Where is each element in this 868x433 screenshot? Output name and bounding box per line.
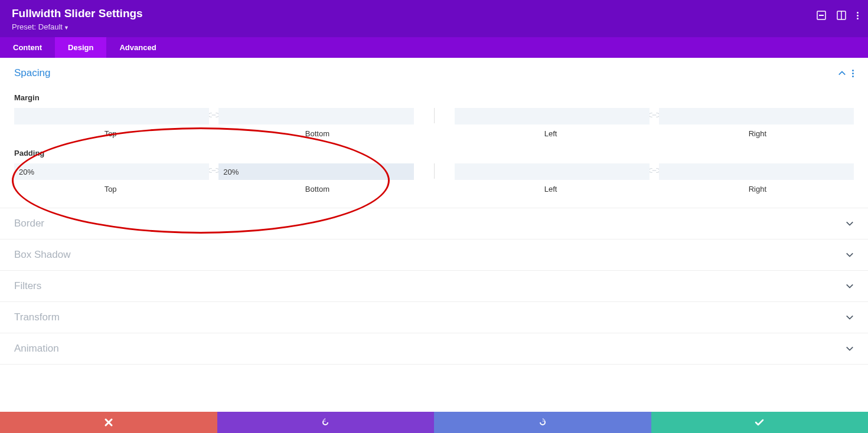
section-transform-toggle[interactable]: Transform xyxy=(0,302,868,333)
margin-bottom-label: Bottom xyxy=(221,129,413,138)
section-filters-toggle[interactable]: Filters xyxy=(0,271,868,301)
margin-top-input[interactable] xyxy=(14,108,209,124)
section-spacing-title: Spacing xyxy=(14,67,50,79)
section-spacing-toggle[interactable]: Spacing xyxy=(0,58,868,88)
divider xyxy=(434,163,435,179)
divider xyxy=(434,108,435,123)
margin-right-label: Right xyxy=(661,129,854,138)
section-box-shadow-title: Box Shadow xyxy=(14,249,70,261)
margin-right-input[interactable] xyxy=(659,108,854,124)
caret-down-icon: ▼ xyxy=(64,25,69,31)
link-icon[interactable] xyxy=(650,108,659,119)
section-border: Border xyxy=(0,208,868,240)
link-icon[interactable] xyxy=(209,108,218,119)
preset-label: Preset: Default xyxy=(12,22,63,31)
columns-icon[interactable] xyxy=(837,11,846,20)
svg-rect-1 xyxy=(819,15,824,16)
tab-advanced[interactable]: Advanced xyxy=(106,37,169,58)
section-animation: Animation xyxy=(0,333,868,365)
margin-bottom-input[interactable] xyxy=(218,108,413,124)
link-icon[interactable] xyxy=(209,163,218,174)
preset-dropdown[interactable]: Preset: Default▼ xyxy=(12,22,856,31)
section-options-icon[interactable] xyxy=(852,70,854,77)
section-spacing-body: Margin Top Bottom xyxy=(0,93,868,208)
padding-top-label: Top xyxy=(14,185,207,193)
section-box-shadow-toggle[interactable]: Box Shadow xyxy=(0,240,868,270)
section-transform: Transform xyxy=(0,302,868,333)
padding-bottom-input[interactable] xyxy=(218,163,413,180)
section-border-title: Border xyxy=(14,218,44,229)
kebab-menu-icon[interactable] xyxy=(857,12,859,19)
chevron-down-icon xyxy=(846,282,854,290)
cancel-button[interactable] xyxy=(0,412,217,433)
footer-bar xyxy=(0,412,868,433)
tab-bar: Content Design Advanced xyxy=(0,37,868,58)
padding-right-input[interactable] xyxy=(659,163,854,180)
section-border-toggle[interactable]: Border xyxy=(0,208,868,239)
modal-header: Fullwidth Slider Settings Preset: Defaul… xyxy=(0,0,868,37)
chevron-down-icon xyxy=(846,313,854,322)
save-button[interactable] xyxy=(651,412,869,433)
margin-label: Margin xyxy=(14,93,854,102)
padding-row: Top Bottom xyxy=(14,163,854,193)
close-icon xyxy=(104,418,113,427)
chevron-up-icon xyxy=(838,69,846,77)
tab-design[interactable]: Design xyxy=(55,37,106,58)
redo-icon xyxy=(538,418,547,427)
section-spacing: Spacing Margin Top xyxy=(0,58,868,208)
margin-top-label: Top xyxy=(14,129,207,138)
section-transform-title: Transform xyxy=(14,311,60,323)
margin-left-label: Left xyxy=(455,129,647,138)
section-animation-toggle[interactable]: Animation xyxy=(0,333,868,364)
margin-row: Top Bottom xyxy=(14,108,854,138)
tab-content[interactable]: Content xyxy=(0,37,55,58)
padding-left-label: Left xyxy=(455,185,647,193)
section-box-shadow: Box Shadow xyxy=(0,240,868,271)
link-icon[interactable] xyxy=(650,163,659,174)
padding-label: Padding xyxy=(14,149,854,158)
chevron-down-icon xyxy=(846,345,854,353)
undo-icon xyxy=(321,418,330,427)
chevron-down-icon xyxy=(846,219,854,228)
padding-left-input[interactable] xyxy=(455,163,650,180)
section-filters-title: Filters xyxy=(14,280,41,292)
section-animation-title: Animation xyxy=(14,343,59,355)
header-actions xyxy=(817,11,859,20)
content-scroll: Spacing Margin Top xyxy=(0,58,868,405)
chevron-down-icon xyxy=(846,251,854,259)
padding-right-label: Right xyxy=(661,185,854,193)
padding-bottom-label: Bottom xyxy=(221,185,413,193)
check-icon xyxy=(755,418,764,427)
section-filters: Filters xyxy=(0,271,868,302)
modal-title: Fullwidth Slider Settings xyxy=(12,7,856,20)
padding-top-input[interactable] xyxy=(14,163,209,180)
margin-left-input[interactable] xyxy=(455,108,650,124)
undo-button[interactable] xyxy=(217,412,435,433)
snap-icon[interactable] xyxy=(817,11,826,20)
redo-button[interactable] xyxy=(434,412,651,433)
